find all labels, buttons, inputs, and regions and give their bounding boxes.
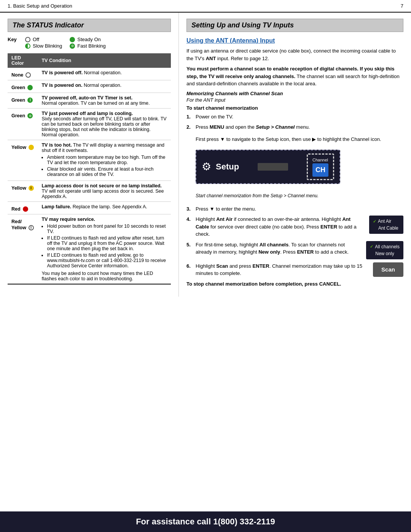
key-row: Key Off Steady On Slow Blinking ⊙ Fast B…	[8, 37, 171, 49]
channels-side-box: ✓ All channels New only	[366, 241, 403, 259]
led-desc-green-blink: TV just powered off and lamp is cooling.…	[38, 109, 171, 140]
list-item: Clear blocked air vents. Ensure at least…	[47, 166, 167, 177]
right-column: Setting Up and Using TV Inputs Using the…	[179, 13, 411, 297]
key-item-slow-blink: Slow Blinking	[25, 43, 62, 49]
step-6-content: Highlight Scan and press ENTER. Channel …	[196, 262, 403, 277]
none-label: None	[11, 72, 23, 78]
table-row: Yellow TV is too hot. The TV will displa…	[8, 140, 171, 181]
table-row: None TV is powered off. Normal operation…	[8, 68, 171, 80]
led-fast-blink-icon: ⊙	[70, 43, 75, 49]
led-color-none: None	[11, 70, 34, 78]
yellow-led-icon	[29, 145, 34, 150]
green-half-label: Green	[11, 97, 25, 103]
list-item: Ambient room temperature may be too high…	[47, 155, 167, 165]
right-section-title: Setting Up and Using TV Inputs	[186, 19, 403, 32]
setup-gear-icon: ⚙	[202, 159, 211, 175]
setup-image: ⚙ Setup Channel CH	[196, 150, 340, 184]
green-solid-label: Green	[11, 85, 25, 90]
step-2-sub: First press ▼ to navigate to the Setup i…	[196, 136, 381, 143]
ant-air-option: ✓ Ant Air	[373, 218, 400, 225]
key-item-steady: Steady On	[70, 37, 105, 42]
table-row: Green TV is powered on. Normal operation…	[8, 80, 171, 93]
page-header: 1. Basic Setup and Operation 7	[0, 0, 411, 13]
setup-ch-icon: CH	[312, 163, 328, 177]
table-row: Red/ Yellow Ⅰ TV may require service. Ho…	[8, 214, 171, 284]
ant-section-title: Using the ANT (Antenna) Input	[186, 37, 403, 44]
green-fast-blink-icon: ⊙	[27, 113, 33, 118]
key-off-label: Off	[33, 37, 39, 42]
step-1-text: Power on the TV.	[196, 113, 233, 121]
led-empty-icon	[25, 37, 30, 42]
table-row: Yellow Ⅰ Lamp access door is not secure …	[8, 181, 171, 202]
header-title: 1. Basic Setup and Operation	[8, 3, 72, 9]
steps-list: 1. Power on the TV. 2. Press MENU and op…	[186, 113, 403, 277]
led-slow-blink-icon	[25, 43, 30, 49]
led-desc-yellow: TV is too hot. The TV will display a war…	[38, 140, 171, 181]
ant-cable-option: Ant Cable	[373, 225, 400, 232]
green-half-led-icon: Ⅰ	[27, 97, 33, 103]
scan-box: Scan	[373, 262, 403, 277]
key-label: Key	[8, 37, 19, 42]
circle-i-led-icon: Ⅰ	[29, 225, 34, 230]
red-yellow-label: Red/	[11, 219, 22, 224]
table-header-condition: TV Condition	[38, 53, 171, 68]
led-green-solid-icon	[70, 37, 75, 42]
yellow-label: Yellow	[11, 145, 26, 150]
table-row: Green ⊙ TV just powered off and lamp is …	[8, 109, 171, 140]
step-3-text: Press ▼ to enter the menu.	[196, 205, 256, 213]
key-item-fast-blink: ⊙ Fast Blinking	[70, 43, 105, 49]
led-color-yellow: Yellow	[11, 142, 34, 150]
header-page-num: 7	[401, 3, 403, 9]
none-led-icon	[25, 72, 31, 78]
ant-side-box: ✓ Ant Air Ant Cable	[369, 216, 403, 234]
list-item: If LED continues to flash red and yellow…	[47, 235, 167, 251]
step-4: 4. Highlight Ant Air if connected to an …	[186, 216, 403, 238]
green-solid-led-icon	[27, 85, 33, 90]
led-desc-red: Lamp failure. Replace the lamp. See Appe…	[38, 202, 171, 214]
led-color-red-yellow: Red/ Yellow Ⅰ	[11, 217, 34, 230]
setup-caption: Start channel memorization from the Setu…	[196, 192, 319, 199]
step-1: 1. Power on the TV.	[186, 113, 403, 121]
step-2: 2. Press MENU and open the Setup > Chann…	[186, 123, 403, 202]
red-led-icon	[23, 206, 28, 212]
main-content: The STATUS Indicator Key Off Steady On S…	[0, 13, 411, 297]
setup-channel-box: Channel CH	[307, 153, 334, 180]
led-desc-red-yellow: TV may require service. Hold power butto…	[38, 214, 171, 284]
list-item: If LED continues to flash red and yellow…	[47, 252, 167, 268]
ant-para2: You must perform a channel scan to enabl…	[186, 65, 403, 88]
red-label: Red	[11, 206, 21, 212]
step-2-text: Press MENU and open the Setup > Channel …	[196, 123, 310, 131]
led-color-yellow-i: Yellow Ⅰ	[11, 183, 34, 191]
step-6: 6. Highlight Scan and press ENTER. Chann…	[186, 262, 403, 277]
led-color-green-half: Green Ⅰ	[11, 95, 34, 103]
step-5: 5. For first-time setup, highlight All c…	[186, 241, 403, 259]
led-color-green-blink: Green ⊙	[11, 111, 34, 118]
step-3: 3. Press ▼ to enter the menu.	[186, 205, 403, 213]
red-yellow-extra: You may be asked to count how many times…	[41, 271, 167, 281]
key-fast-blink-label: Fast Blinking	[77, 43, 105, 49]
new-only-option: New only	[370, 250, 400, 257]
table-header-led: LED Color	[8, 53, 38, 68]
key-slow-blink-label: Slow Blinking	[33, 43, 62, 49]
yellow-2-label: Yellow	[11, 225, 26, 230]
led-desc-green-solid: TV is powered on. Normal operation.	[38, 80, 171, 93]
yellow-i-led-icon: Ⅰ	[29, 185, 34, 191]
yellow-i-label: Yellow	[11, 185, 26, 191]
table-row: Red Lamp failure. Replace the lamp. See …	[8, 202, 171, 214]
led-table: LED Color TV Condition None TV is powere…	[8, 53, 171, 284]
green-blink-label: Green	[11, 113, 25, 118]
key-steady-label: Steady On	[77, 37, 100, 42]
setup-channel-text: Channel	[312, 157, 328, 163]
ant-input-label: For the ANT input	[186, 97, 403, 103]
memorizing-title: Memorizing Channels with Channel Scan	[186, 91, 403, 96]
footer-text: For assistance call 1(800) 332-2119	[136, 517, 275, 526]
led-desc-none: TV is powered off. Normal operation.	[38, 68, 171, 80]
left-column: The STATUS Indicator Key Off Steady On S…	[0, 13, 179, 297]
key-items: Off Steady On Slow Blinking ⊙ Fast Blink…	[25, 37, 106, 49]
led-color-green-solid: Green	[11, 83, 34, 90]
setup-label: Setup	[216, 160, 239, 173]
left-section-title: The STATUS Indicator	[8, 19, 171, 32]
key-item-off: Off	[25, 37, 62, 42]
table-row: Green Ⅰ TV powered off, auto-on TV Timer…	[8, 93, 171, 109]
step-4-content: Highlight Ant Air if connected to an ove…	[196, 216, 403, 238]
